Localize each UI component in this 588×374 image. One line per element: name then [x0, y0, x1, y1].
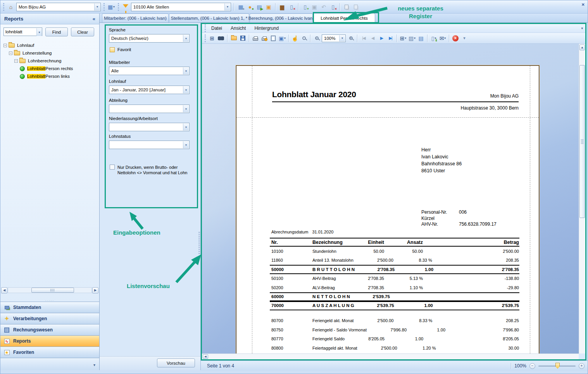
zoom-out-icon[interactable]: −: [529, 363, 535, 369]
tree-item[interactable]: Lohnblatt Person links: [2, 72, 98, 80]
niederlassung-combobox[interactable]: ▾: [109, 123, 190, 131]
page-background-icon[interactable]: ▨▾: [408, 34, 416, 42]
watermark-icon[interactable]: ▤: [417, 34, 425, 42]
tab-mitarbeiter[interactable]: Mitarbeiter: (006 - Lakovic Ivan): [102, 14, 169, 22]
sidebar-horizontal-scrollbar[interactable]: ◀ ▶: [1, 287, 98, 293]
workplace-icon[interactable]: ▆: [278, 3, 286, 11]
tab-berechnung[interactable]: Berechnung, (006 - Lakovic Ivan): [250, 14, 313, 22]
send-email-icon[interactable]: ✉▾: [439, 34, 447, 42]
vorschau-button[interactable]: Vorschau: [157, 359, 195, 367]
sidebar-item-verarbeitungen[interactable]: ✦Verarbeitungen: [0, 313, 99, 324]
magnifier-icon[interactable]: [300, 34, 308, 42]
delete-icon[interactable]: ▯×: [329, 3, 337, 11]
chevron-down-icon[interactable]: ▾: [183, 67, 189, 74]
preview-horizontal-scrollbar[interactable]: ◀: [202, 353, 579, 359]
chevron-down-icon[interactable]: ▾: [183, 86, 189, 93]
sidebar-item-stammdaten[interactable]: Stammdaten: [0, 302, 99, 313]
hand-tool-icon[interactable]: ☝: [291, 34, 299, 42]
tab-stellenstamm[interactable]: Stellenstamm, (006 - Lakovic Ivan) 1, *: [169, 14, 249, 22]
print-filter-checkbox[interactable]: [110, 165, 115, 170]
chevron-down-icon[interactable]: ▾: [183, 124, 189, 130]
sidebar-item-reports[interactable]: ∿Reports: [0, 335, 99, 347]
tree-item[interactable]: −Lohnlauf: [2, 41, 98, 49]
tree-item[interactable]: −Lohnerstellung: [2, 49, 98, 57]
multipage-view-icon[interactable]: ⊞▾: [399, 34, 407, 42]
chevron-down-icon[interactable]: ▾: [94, 3, 100, 10]
clear-button[interactable]: Clear: [71, 27, 94, 36]
sidebar-item-favoriten[interactable]: ★Favoriten: [0, 347, 99, 358]
calendar-forward-icon[interactable]: ▤▶: [255, 3, 263, 11]
chevron-down-icon[interactable]: ▾: [581, 26, 583, 30]
filter-icon[interactable]: [122, 3, 129, 11]
search-combobox[interactable]: ▾: [3, 27, 42, 37]
save-icon[interactable]: ▣: [310, 3, 318, 11]
close-preview-icon[interactable]: ×: [452, 34, 459, 42]
chevron-down-icon[interactable]: ▾: [36, 28, 42, 36]
previous-page-icon[interactable]: ◀: [369, 34, 376, 42]
tree-expander-icon[interactable]: −: [9, 51, 12, 55]
lohnstatus-combobox[interactable]: ▾: [109, 141, 190, 149]
menu-ansicht[interactable]: Ansicht: [226, 25, 250, 32]
scrollbar-thumb[interactable]: [579, 65, 585, 218]
menu-datei[interactable]: Datei: [207, 25, 226, 32]
zoom-combobox[interactable]: 100% ▾: [322, 34, 346, 42]
tree-expander-icon[interactable]: −: [3, 44, 7, 47]
zoom-in-icon[interactable]: +: [347, 34, 355, 42]
scale-icon[interactable]: ▣▾: [278, 34, 286, 42]
scroll-right-icon[interactable]: ▶: [92, 287, 98, 293]
preview-vertical-scrollbar[interactable]: ▲: [579, 44, 585, 353]
sidebar-item-rechnungswesen[interactable]: Rechnungswesen: [0, 324, 99, 335]
home-icon[interactable]: ⌂: [7, 3, 15, 11]
company-combobox[interactable]: Mon Bijou AG ▾: [16, 3, 101, 11]
first-page-icon[interactable]: |◀: [360, 34, 367, 42]
lohnlauf-combobox[interactable]: Jan - Januar, 2020 [Januar] ▾: [109, 86, 190, 94]
view-selector-icon[interactable]: ▦▾: [107, 3, 115, 11]
position-filter-combobox[interactable]: 10100 Alle Stellen ▾: [131, 3, 231, 11]
chevron-down-icon[interactable]: ▾: [224, 3, 230, 10]
print-direct-icon[interactable]: [260, 34, 268, 42]
chevron-down-icon[interactable]: ▾: [183, 105, 189, 112]
search-icon[interactable]: [217, 34, 225, 42]
menu-hintergrund[interactable]: Hintergrund: [250, 25, 283, 32]
chevron-down-icon[interactable]: ▾: [93, 363, 95, 367]
save-document-icon[interactable]: [239, 34, 247, 42]
zoom-out-icon[interactable]: −: [313, 34, 321, 42]
paste-icon[interactable]: [352, 3, 360, 11]
scroll-left-icon[interactable]: ◀: [203, 354, 208, 359]
next-page-icon[interactable]: ▶: [378, 34, 385, 42]
collapse-sidebar-icon[interactable]: «: [93, 16, 95, 22]
preview-canvas[interactable]: Lohnblatt Januar 2020 Mon Bijou AG Haupt…: [202, 44, 579, 353]
abteilung-combobox[interactable]: ▾: [109, 105, 190, 113]
zoom-slider[interactable]: [538, 365, 576, 367]
mitarbeiter-combobox[interactable]: Alle ▾: [109, 67, 190, 75]
scrollbar-track[interactable]: [8, 287, 92, 293]
favorit-checkbox-row[interactable]: Favorit: [110, 47, 131, 52]
last-page-icon[interactable]: ▶|: [386, 34, 394, 42]
toolbar-overflow-icon[interactable]: ▾: [460, 34, 468, 42]
tree-item[interactable]: −Lohnberechnung: [2, 57, 98, 65]
checklist-icon[interactable]: ▣: [265, 3, 272, 11]
zoom-in-icon[interactable]: +: [579, 363, 585, 369]
copy-icon[interactable]: [343, 3, 350, 11]
calculator-settings-icon[interactable]: ▦●: [237, 3, 245, 11]
undo-icon[interactable]: ↶: [320, 3, 328, 11]
tree-item[interactable]: Lohnblatt Person rechts: [2, 65, 98, 72]
sprache-combobox[interactable]: Deutsch (Schweiz) ▾: [109, 34, 190, 43]
find-button[interactable]: Find: [45, 27, 68, 36]
print-icon[interactable]: [252, 34, 259, 42]
open-document-icon[interactable]: [230, 34, 238, 42]
zoom-slider-thumb[interactable]: [555, 363, 560, 369]
tree-expander-icon[interactable]: −: [14, 59, 18, 63]
export-document-icon[interactable]: ▯⇓▾: [430, 34, 438, 42]
scroll-up-icon[interactable]: ▲: [579, 45, 585, 50]
document-map-icon[interactable]: ⊞: [208, 34, 216, 42]
new-record-icon[interactable]: ▯+: [301, 3, 309, 11]
close-icon[interactable]: ×: [581, 2, 585, 7]
payroll-coins-icon[interactable]: ●●: [246, 3, 254, 11]
scroll-left-icon[interactable]: ◀: [1, 287, 7, 293]
scrollbar-thumb[interactable]: [31, 288, 74, 293]
favorit-checkbox[interactable]: [110, 47, 115, 52]
chevron-down-icon[interactable]: ▾: [339, 35, 345, 41]
panel-splitter[interactable]: [198, 232, 200, 255]
print-filter-checkbox-row[interactable]: Nur Drucken, wenn Brutto- oder Nettolohn…: [110, 165, 192, 175]
